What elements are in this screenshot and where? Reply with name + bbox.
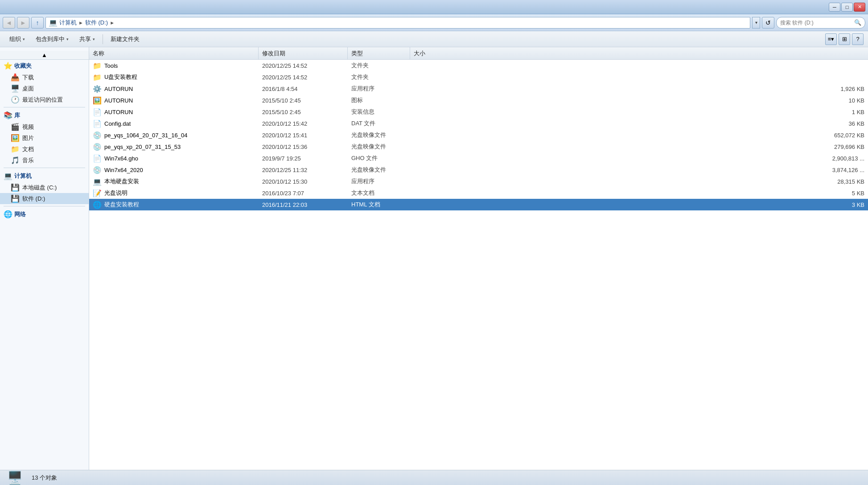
nav-bar: ◄ ► ↑ 💻 计算机 ► 软件 (D:) ► ▾ ↺ 🔍 xyxy=(0,14,868,31)
search-box: 🔍 xyxy=(776,17,865,29)
new-folder-label: 新建文件夹 xyxy=(111,35,140,43)
file-name-cell: 💻 本地硬盘安装 xyxy=(89,177,259,186)
file-icon: 📄 xyxy=(93,108,102,116)
file-date: 2020/10/12 15:42 xyxy=(259,120,348,127)
sidebar-item-local-c[interactable]: 💾 本地磁盘 (C:) xyxy=(0,182,89,193)
title-bar-buttons: ─ □ ✕ xyxy=(829,3,865,12)
table-row[interactable]: ⚙️ AUTORUN 2016/1/8 4:54 应用程序 1,926 KB xyxy=(89,83,868,95)
library-header[interactable]: 📚 库 xyxy=(0,109,89,121)
up-button[interactable]: ↑ xyxy=(31,17,44,29)
file-size: 10 KB xyxy=(410,97,868,104)
table-row[interactable]: 📝 光盘说明 2016/10/23 7:07 文本文档 5 KB xyxy=(89,187,868,199)
file-name-cell: 📄 Config.dat xyxy=(89,119,259,128)
view-options-button[interactable]: ≡▾ xyxy=(825,33,837,45)
sidebar-item-drive-d[interactable]: 💾 软件 (D:) xyxy=(0,193,89,204)
refresh-button[interactable]: ↺ xyxy=(762,17,774,29)
file-name-text: U盘安装教程 xyxy=(104,73,137,81)
new-folder-button[interactable]: 新建文件夹 xyxy=(106,33,144,45)
video-icon: 🎬 xyxy=(11,123,20,131)
organize-dropdown-arrow: ▾ xyxy=(23,37,25,41)
col-date-header[interactable]: 修改日期 xyxy=(259,47,348,59)
file-name-cell: ⚙️ AUTORUN xyxy=(89,85,259,93)
close-button[interactable]: ✕ xyxy=(854,3,865,12)
sidebar-section-library: 📚 库 🎬 视频 🖼️ 图片 📁 文档 🎵 音乐 xyxy=(0,109,89,166)
sidebar-item-pictures[interactable]: 🖼️ 图片 xyxy=(0,132,89,144)
address-dropdown-button[interactable]: ▾ xyxy=(752,17,760,29)
table-row[interactable]: 💻 本地硬盘安装 2020/10/12 15:30 应用程序 28,315 KB xyxy=(89,176,868,187)
sidebar-item-recent[interactable]: 🕐 最近访问的位置 xyxy=(0,94,89,105)
table-row[interactable]: 🖼️ AUTORUN 2015/5/10 2:45 图标 10 KB xyxy=(89,95,868,106)
sidebar-section-computer: 💻 计算机 💾 本地磁盘 (C:) 💾 软件 (D:) xyxy=(0,170,89,204)
pictures-icon: 🖼️ xyxy=(11,134,20,142)
file-icon: 💿 xyxy=(93,131,102,140)
minimize-button[interactable]: ─ xyxy=(829,3,840,12)
organize-button[interactable]: 组织 ▾ xyxy=(4,33,30,45)
back-button[interactable]: ◄ xyxy=(3,17,15,29)
preview-pane-button[interactable]: ⊞ xyxy=(839,33,850,45)
search-input[interactable] xyxy=(780,20,852,26)
help-button[interactable]: ? xyxy=(852,33,864,45)
search-icon[interactable]: 🔍 xyxy=(854,19,861,26)
file-icon: 🖼️ xyxy=(93,96,102,105)
computer-path-segment[interactable]: 计算机 xyxy=(59,19,77,27)
file-type: 文本文档 xyxy=(348,189,410,197)
favorites-header[interactable]: ⭐ 收藏夹 xyxy=(0,60,89,72)
file-icon: 💻 xyxy=(93,177,102,186)
col-type-label: 类型 xyxy=(351,49,363,58)
file-name-text: AUTORUN xyxy=(104,109,133,115)
table-row[interactable]: 🌐 硬盘安装教程 2016/11/21 22:03 HTML 文档 3 KB xyxy=(89,199,868,210)
sidebar-item-desktop[interactable]: 🖥️ 桌面 xyxy=(0,83,89,94)
table-row[interactable]: 📄 Win7x64.gho 2019/9/7 19:25 GHO 文件 2,90… xyxy=(89,152,868,164)
table-row[interactable]: 💿 Win7x64_2020 2020/12/25 11:32 光盘映像文件 3… xyxy=(89,164,868,176)
sidebar-item-video[interactable]: 🎬 视频 xyxy=(0,121,89,132)
computer-icon: 💻 xyxy=(49,18,58,27)
file-size: 652,072 KB xyxy=(410,132,868,139)
sidebar-item-docs[interactable]: 📁 文档 xyxy=(0,144,89,155)
table-row[interactable]: 📄 AUTORUN 2015/5/10 2:45 安装信息 1 KB xyxy=(89,106,868,118)
drive-path-segment[interactable]: 软件 (D:) xyxy=(85,19,108,27)
file-date: 2016/11/21 22:03 xyxy=(259,201,348,208)
file-type: 文件夹 xyxy=(348,62,410,70)
network-icon: 🌐 xyxy=(4,210,12,218)
table-row[interactable]: 💿 pe_yqs_xp_20_07_31_15_53 2020/10/12 15… xyxy=(89,141,868,152)
file-type: 文件夹 xyxy=(348,73,410,81)
downloads-icon: 📥 xyxy=(11,73,20,82)
table-row[interactable]: 💿 pe_yqs_1064_20_07_31_16_04 2020/10/12 … xyxy=(89,129,868,141)
library-button[interactable]: 包含到库中 ▾ xyxy=(31,33,74,45)
desktop-icon: 🖥️ xyxy=(11,84,20,93)
forward-button[interactable]: ► xyxy=(17,17,29,29)
file-date: 2020/12/25 14:52 xyxy=(259,62,348,69)
sidebar-item-music[interactable]: 🎵 音乐 xyxy=(0,155,89,166)
table-row[interactable]: 📁 U盘安装教程 2020/12/25 14:52 文件夹 xyxy=(89,71,868,83)
file-name-cell: 💿 pe_yqs_xp_20_07_31_15_53 xyxy=(89,143,259,151)
file-date: 2016/10/23 7:07 xyxy=(259,190,348,197)
local-c-label: 本地磁盘 (C:) xyxy=(22,184,57,192)
col-name-header[interactable]: 名称 xyxy=(89,47,259,59)
file-type: 应用程序 xyxy=(348,177,410,185)
network-header[interactable]: 🌐 网络 xyxy=(0,208,89,220)
file-size: 1,926 KB xyxy=(410,86,868,92)
file-icon: 💿 xyxy=(93,166,102,174)
maximize-button[interactable]: □ xyxy=(841,3,853,12)
table-row[interactable]: 📄 Config.dat 2020/10/12 15:42 DAT 文件 36 … xyxy=(89,118,868,129)
table-row[interactable]: 📁 Tools 2020/12/25 14:52 文件夹 xyxy=(89,60,868,71)
status-count: 13 个对象 xyxy=(32,474,57,482)
library-label: 包含到库中 xyxy=(36,35,65,43)
pictures-label: 图片 xyxy=(22,134,34,142)
status-app-icon: 🖥️ xyxy=(7,470,23,485)
file-name-text: 本地硬盘安装 xyxy=(104,177,139,185)
collapse-arrow[interactable]: ▲ xyxy=(0,51,89,60)
column-header: 名称 修改日期 类型 大小 xyxy=(89,47,868,60)
computer-header[interactable]: 💻 计算机 xyxy=(0,170,89,182)
share-button[interactable]: 共享 ▾ xyxy=(74,33,100,45)
file-date: 2020/10/12 15:36 xyxy=(259,144,348,150)
col-name-label: 名称 xyxy=(93,49,104,58)
drive-d-label: 软件 (D:) xyxy=(22,195,45,203)
sidebar-item-downloads[interactable]: 📥 下载 xyxy=(0,72,89,83)
col-type-header[interactable]: 类型 xyxy=(348,47,410,59)
col-size-header[interactable]: 大小 xyxy=(410,47,868,59)
file-name-cell: 📄 Win7x64.gho xyxy=(89,154,259,163)
library-label: 库 xyxy=(14,111,20,119)
main-layout: ▲ ⭐ 收藏夹 📥 下载 🖥️ 桌面 🕐 最近访问的位置 xyxy=(0,47,868,470)
file-size: 28,315 KB xyxy=(410,178,868,185)
